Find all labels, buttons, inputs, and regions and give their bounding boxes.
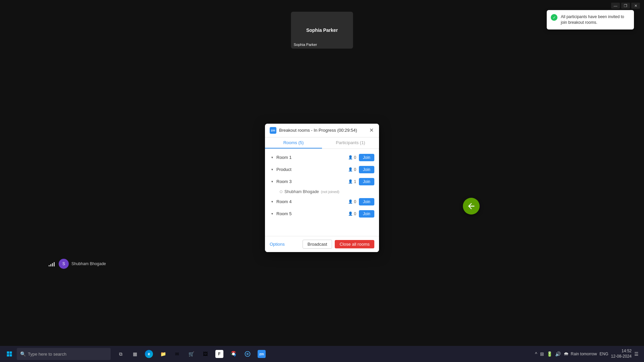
room2-expand-icon: ▾ xyxy=(270,167,274,172)
video-tile-name: Sophia Parker xyxy=(306,27,338,33)
minimize-button[interactable]: — xyxy=(611,3,620,9)
room1-join-button[interactable]: Join xyxy=(359,154,374,161)
svg-rect-0 xyxy=(7,352,9,354)
person-icon-5: 👤 xyxy=(348,212,353,216)
taskbar-task-view[interactable]: ⧉ xyxy=(114,347,127,361)
restore-button[interactable]: ❐ xyxy=(621,3,630,9)
taskbar-widgets[interactable]: ▦ xyxy=(128,347,142,361)
room1-expand-icon: ▾ xyxy=(270,155,274,160)
room5-count: 👤 0 xyxy=(348,212,356,216)
room1-count: 👤 0 xyxy=(348,155,356,160)
search-placeholder-text: Type here to search xyxy=(28,352,66,357)
taskbar-mail[interactable]: ✉ xyxy=(170,347,184,361)
svg-rect-1 xyxy=(10,352,12,354)
person-icon: 👤 xyxy=(348,155,353,160)
widgets-icon: ▦ xyxy=(131,350,139,358)
svg-point-7 xyxy=(247,353,249,355)
clock-date: 12-08-2024 xyxy=(611,354,632,359)
room-row-4[interactable]: ▾ Room 4 👤 0 Join xyxy=(265,196,379,208)
tab-participants[interactable]: Participants (1) xyxy=(322,137,379,148)
breakout-rooms-dialog: zm Breakout rooms - In Progress (00:29:5… xyxy=(265,124,379,252)
rain-icon: 🌧 xyxy=(564,351,569,357)
close-all-rooms-button[interactable]: Close all rooms xyxy=(335,240,374,248)
room2-join-button[interactable]: Join xyxy=(359,166,374,173)
taskbar-figma[interactable]: F xyxy=(213,347,226,361)
taskbar-right-section: ^ ⊞ 🔋 🔊 🌧 Rain tomorrow ENG 14:52 12-08-… xyxy=(535,349,641,359)
dialog-title: Breakout rooms - In Progress (00:29:54) xyxy=(279,128,369,133)
windows-start-button[interactable] xyxy=(3,347,16,361)
photos-icon: 🖼 xyxy=(201,350,209,358)
arrow-icon xyxy=(467,201,476,211)
zoom-taskbar-icon: zm xyxy=(258,350,266,358)
room5-name: Room 5 xyxy=(276,211,348,216)
network-icon[interactable]: ⊞ xyxy=(540,351,544,357)
user-avatar: S xyxy=(59,259,69,269)
taskbar-cortana[interactable] xyxy=(241,347,254,361)
language-indicator[interactable]: ENG xyxy=(600,352,608,356)
signal-bar-3 xyxy=(52,263,53,266)
taskbar-file-explorer[interactable]: 📁 xyxy=(156,347,170,361)
room4-join-button[interactable]: Join xyxy=(359,198,374,205)
video-area: — ❐ ✕ Sophia Parker Sophia Parker ✓ All … xyxy=(0,0,644,362)
sophia-parker-video-tile: Sophia Parker Sophia Parker xyxy=(291,12,353,49)
user-name: Shubham Bhogade xyxy=(71,261,106,266)
taskbar-edge[interactable]: e xyxy=(142,347,156,361)
weather-widget[interactable]: 🌧 Rain tomorrow xyxy=(564,351,597,357)
taskbar-store[interactable]: 🛒 xyxy=(184,347,198,361)
volume-icon[interactable]: 🔊 xyxy=(555,351,561,357)
taskbar-clock[interactable]: 14:52 12-08-2024 xyxy=(611,349,632,359)
room3-name: Room 3 xyxy=(276,179,348,184)
participant-status-dot xyxy=(280,190,282,193)
tab-rooms[interactable]: Rooms (5) xyxy=(265,137,322,148)
taskbar-photos[interactable]: 🖼 xyxy=(199,347,212,361)
floating-action-button[interactable] xyxy=(463,198,480,215)
video-tile-name-overlay: Sophia Parker xyxy=(294,43,317,47)
room4-count: 👤 0 xyxy=(348,199,356,204)
figma-icon: F xyxy=(215,350,223,358)
file-explorer-icon: 📁 xyxy=(159,350,167,358)
room-row-1[interactable]: ▾ Room 1 👤 0 Join xyxy=(265,152,379,164)
left-user-panel: S Shubham Bhogade xyxy=(49,259,106,269)
dialog-close-button[interactable]: ✕ xyxy=(369,127,374,134)
cortana-icon xyxy=(244,350,252,358)
room3-join-button[interactable]: Join xyxy=(359,178,374,185)
dialog-tabs: Rooms (5) Participants (1) xyxy=(265,137,379,149)
task-view-icon: ⧉ xyxy=(117,350,125,358)
dialog-overlay: zm Breakout rooms - In Progress (00:29:5… xyxy=(0,0,644,362)
zoom-icon: zm xyxy=(270,127,276,134)
room-row-5[interactable]: ▾ Room 5 👤 0 Join xyxy=(265,208,379,220)
room2-count: 👤 0 xyxy=(348,167,356,172)
toast-message: All participants have been invited to jo… xyxy=(561,14,629,25)
room4-expand-icon: ▾ xyxy=(270,199,274,204)
signal-bar-1 xyxy=(49,265,50,266)
options-button[interactable]: Options xyxy=(270,242,285,247)
broadcast-button[interactable]: Broadcast xyxy=(303,240,332,249)
dialog-footer: Options Broadcast Close all rooms xyxy=(265,236,379,252)
participant-name: Shubham Bhogade xyxy=(284,189,319,194)
chrome-icon xyxy=(229,350,237,358)
room3-expand-icon: ▾ xyxy=(270,179,274,184)
system-tray-expand-icon[interactable]: ^ xyxy=(535,351,537,357)
participant-status: (not joined) xyxy=(321,190,339,194)
room5-join-button[interactable]: Join xyxy=(359,210,374,218)
clock-time: 14:52 xyxy=(622,349,632,354)
room3-participant-row: Shubham Bhogade (not joined) xyxy=(265,188,379,196)
room-row-3[interactable]: ▾ Room 3 👤 1 Join xyxy=(265,176,379,188)
window-controls: — ❐ ✕ xyxy=(611,3,640,9)
close-button[interactable]: ✕ xyxy=(631,3,640,9)
battery-icon[interactable]: 🔋 xyxy=(547,351,552,357)
person-icon-4: 👤 xyxy=(348,199,353,204)
taskbar-chrome[interactable] xyxy=(227,347,240,361)
signal-bar-4 xyxy=(54,262,55,266)
room3-count: 👤 1 xyxy=(348,179,356,184)
mail-icon: ✉ xyxy=(173,350,181,358)
svg-rect-3 xyxy=(10,354,12,357)
person-icon-2: 👤 xyxy=(348,167,353,172)
taskbar-app-icons: ⧉ ▦ e 📁 ✉ 🛒 🖼 F xyxy=(114,347,268,361)
action-center-icon[interactable]: ☰ xyxy=(634,351,639,357)
room5-expand-icon: ▾ xyxy=(270,212,274,216)
taskbar-search-bar[interactable]: 🔍 Type here to search xyxy=(17,348,111,360)
room-row-product[interactable]: ▾ Product 👤 0 Join xyxy=(265,164,379,176)
search-icon: 🔍 xyxy=(20,351,26,357)
taskbar-zoom[interactable]: zm xyxy=(255,347,268,361)
